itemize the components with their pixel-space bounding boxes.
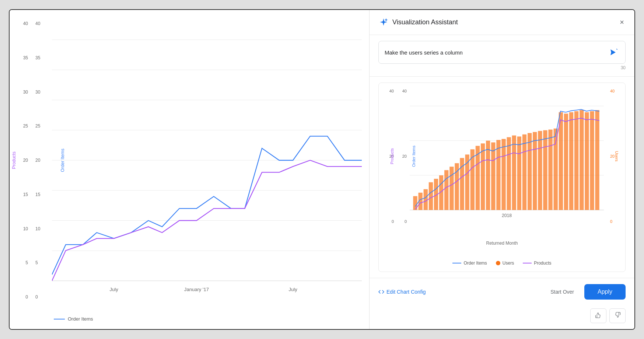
legend-products-label: Products xyxy=(534,261,551,266)
svg-rect-41 xyxy=(538,131,542,210)
close-button[interactable]: × xyxy=(618,17,626,28)
legend-users-label: Users xyxy=(503,261,514,266)
svg-rect-37 xyxy=(517,136,521,210)
svg-rect-46 xyxy=(564,113,568,210)
sparkle-icon xyxy=(378,17,389,28)
right-actions: Start Over Apply xyxy=(545,284,626,300)
preview-chart-inner: 40 20 0 Products 40 20 0 Order Items xyxy=(385,89,619,258)
send-button[interactable] xyxy=(606,46,619,59)
legend-line-blue xyxy=(54,319,65,319)
svg-rect-35 xyxy=(507,137,511,210)
svg-marker-12 xyxy=(610,49,616,55)
token-count: 30 xyxy=(378,64,626,70)
input-row xyxy=(378,41,626,64)
y-axis-products-title: Products xyxy=(11,151,17,169)
code-icon xyxy=(378,289,384,295)
svg-rect-43 xyxy=(548,130,552,210)
thumbs-down-button[interactable] xyxy=(609,308,626,323)
svg-rect-45 xyxy=(559,112,563,210)
apply-button[interactable]: Apply xyxy=(584,284,626,300)
left-chart-inner: 40 35 30 25 20 15 10 5 0 Products 40 35 … xyxy=(32,21,362,300)
svg-rect-38 xyxy=(522,134,526,210)
svg-text:2018: 2018 xyxy=(502,213,512,218)
preview-chart-container: 40 20 0 Products 40 20 0 Order Items xyxy=(378,83,626,272)
svg-text:July: July xyxy=(288,287,297,292)
legend-users: Users xyxy=(496,261,514,266)
left-chart-area: 40 35 30 25 20 15 10 5 0 Products 40 35 … xyxy=(10,10,369,329)
thumbs-up-button[interactable] xyxy=(590,308,606,323)
left-chart-svg: July January '17 July xyxy=(52,21,362,300)
legend-products: Products xyxy=(523,261,551,266)
svg-rect-52 xyxy=(595,110,599,210)
svg-rect-33 xyxy=(496,140,500,210)
preview-y-center: 40 20 0 xyxy=(398,89,407,224)
thumbs-up-icon xyxy=(595,312,602,318)
y-axis-left: 40 35 30 25 20 15 10 5 0 xyxy=(15,21,28,300)
start-over-button[interactable]: Start Over xyxy=(545,286,580,298)
visualization-assistant-panel: Visualization Assistant × 30 xyxy=(369,10,634,329)
svg-text:July: July xyxy=(110,287,119,292)
svg-rect-40 xyxy=(533,132,537,210)
preview-chart-svg: 2018 xyxy=(410,89,604,227)
svg-rect-36 xyxy=(512,136,516,210)
svg-rect-24 xyxy=(449,167,454,210)
svg-rect-42 xyxy=(543,130,547,210)
y-axis-center: 40 35 30 25 20 15 10 5 0 xyxy=(35,21,40,300)
svg-rect-20 xyxy=(429,182,433,210)
feedback-area xyxy=(370,305,634,329)
left-legend-label: Order Items xyxy=(68,316,93,322)
legend-orange-dot xyxy=(496,261,500,265)
svg-rect-23 xyxy=(444,170,448,210)
preview-area: 40 20 0 Products 40 20 0 Order Items xyxy=(370,77,634,278)
query-input[interactable] xyxy=(385,49,602,56)
legend-order-items-label: Order Items xyxy=(463,261,487,266)
preview-y-products-title: Products xyxy=(390,148,394,164)
ai-icon xyxy=(378,17,389,28)
preview-legend: Order Items Users Products xyxy=(385,258,619,266)
svg-rect-19 xyxy=(424,189,428,210)
preview-y-users-title: Users xyxy=(615,151,619,162)
svg-rect-51 xyxy=(590,111,594,210)
svg-rect-39 xyxy=(528,133,532,210)
panel-title: Visualization Assistant xyxy=(378,17,458,28)
svg-rect-48 xyxy=(574,111,578,210)
svg-rect-34 xyxy=(501,139,505,210)
legend-purple-line xyxy=(523,263,532,263)
bottom-actions: Edit Chart Config Start Over Apply xyxy=(370,278,634,305)
panel-header: Visualization Assistant × xyxy=(370,10,634,35)
main-container: 40 35 30 25 20 15 10 5 0 Products 40 35 … xyxy=(9,9,635,330)
svg-rect-31 xyxy=(486,141,490,210)
svg-text:January '17: January '17 xyxy=(184,287,209,292)
left-chart-legend: Order Items xyxy=(54,316,93,322)
send-icon xyxy=(608,47,618,57)
edit-config-label: Edit Chart Config xyxy=(386,289,426,295)
svg-rect-32 xyxy=(491,142,495,210)
svg-rect-30 xyxy=(481,143,485,210)
svg-rect-47 xyxy=(569,112,573,210)
svg-rect-44 xyxy=(554,129,558,210)
input-area: 30 xyxy=(370,35,634,77)
svg-rect-50 xyxy=(585,112,589,210)
legend-order-items: Order Items xyxy=(452,261,487,266)
x-axis-label: Returned Month xyxy=(486,241,518,246)
panel-title-text: Visualization Assistant xyxy=(392,18,458,26)
svg-rect-49 xyxy=(580,110,584,210)
legend-blue-line xyxy=(452,263,461,263)
thumbs-down-icon xyxy=(614,312,621,318)
edit-chart-config-button[interactable]: Edit Chart Config xyxy=(378,289,426,295)
